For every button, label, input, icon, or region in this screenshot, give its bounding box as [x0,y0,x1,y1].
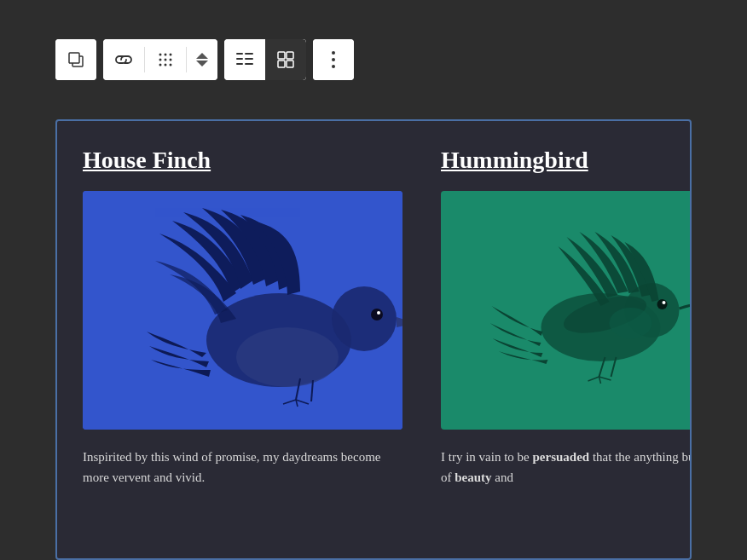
down-icon [196,61,208,66]
copy-button[interactable] [55,39,96,80]
updown-button[interactable] [187,39,217,80]
svg-point-31 [377,311,380,315]
toolbar [0,0,747,119]
content-area: House Finch [55,119,692,560]
card-hummingbird: Hummingbird [441,147,692,558]
svg-rect-13 [236,53,243,55]
svg-rect-19 [278,52,285,59]
svg-point-9 [165,64,167,66]
more-icon [331,50,336,69]
svg-marker-11 [196,53,208,59]
hummingbird-title[interactable]: Hummingbird [441,147,692,174]
grid-dots-button[interactable] [145,39,186,80]
svg-rect-1 [69,53,79,63]
more-button[interactable] [313,39,354,80]
toolbar-group-view [224,39,306,80]
up-icon [196,53,208,59]
svg-point-6 [165,59,167,61]
svg-rect-21 [278,61,285,67]
svg-point-28 [332,286,397,351]
svg-point-42 [663,301,666,304]
svg-point-5 [159,59,162,61]
house-finch-description: Inspirited by this wind of promise, my d… [83,447,407,488]
card-house-finch: House Finch [83,147,407,558]
svg-rect-15 [236,58,243,60]
grid-view-button[interactable] [265,39,306,80]
svg-point-25 [332,65,335,68]
list-view-button[interactable] [224,39,265,80]
svg-rect-18 [245,63,253,65]
house-finch-title[interactable]: House Finch [83,147,407,174]
svg-point-8 [159,64,162,66]
link-button[interactable] [103,39,144,80]
hummingbird-description: I try in vain to be persuaded that the a… [441,447,692,488]
svg-rect-14 [245,53,253,55]
toolbar-group-copy [55,39,96,80]
svg-rect-20 [287,52,293,59]
copy-icon [67,50,85,69]
svg-rect-22 [287,61,293,67]
hummingbird-image [441,191,692,430]
svg-point-4 [170,54,172,56]
list-view-icon [236,52,253,67]
svg-marker-12 [196,61,208,66]
svg-point-24 [332,58,335,61]
svg-point-41 [657,299,668,309]
svg-point-49 [610,308,652,338]
grid-view-icon [277,51,294,68]
svg-point-23 [332,51,335,55]
svg-rect-16 [245,58,253,60]
svg-rect-17 [236,63,243,65]
svg-point-3 [165,54,167,56]
svg-point-7 [170,59,172,61]
svg-point-30 [371,309,383,320]
svg-point-10 [170,64,172,66]
toolbar-group-nav [103,39,217,80]
grid-dots-icon [158,52,173,67]
toolbar-group-more [313,39,354,80]
svg-point-32 [236,327,339,387]
house-finch-image [83,191,402,430]
svg-point-2 [159,54,162,56]
link-icon [114,53,133,66]
